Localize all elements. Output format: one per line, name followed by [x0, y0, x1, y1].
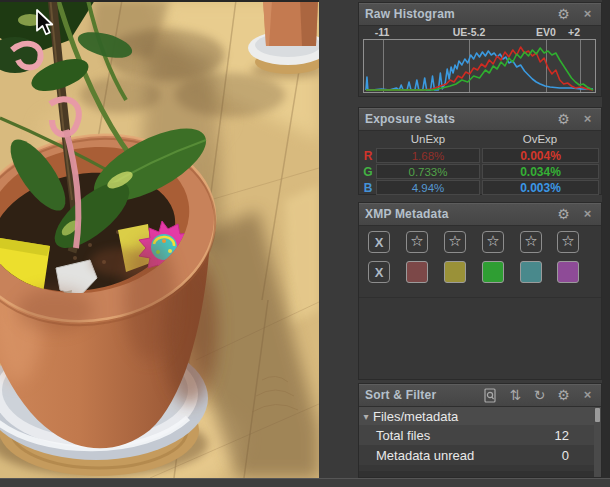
- close-icon[interactable]: ×: [580, 388, 595, 402]
- sort-order-icon[interactable]: ⇅: [508, 388, 523, 402]
- color-label-purple-swatch[interactable]: [557, 261, 579, 283]
- axis-label: EV0: [536, 26, 556, 38]
- star-icon: ☆: [524, 232, 537, 252]
- column-header-ovexp: OvExp: [523, 133, 558, 145]
- gear-icon[interactable]: ⚙: [556, 207, 571, 221]
- exposure-stats-title: Exposure Stats: [365, 112, 455, 126]
- color-label-blue-swatch[interactable]: [520, 261, 542, 283]
- xmp-metadata-header: XMP Metadata ⚙ ×: [359, 203, 601, 226]
- exposure-stats-body: UnExp OvExp R 1.68% 0.004% G 0.733% 0.03…: [359, 133, 601, 196]
- column-header-unexp: UnExp: [411, 133, 446, 145]
- raw-histogram-body: -11 UE-5.2 EV0 +2: [359, 26, 601, 96]
- histogram-axis-labels: -11 UE-5.2 EV0 +2: [359, 26, 601, 39]
- channel-label: R: [360, 148, 376, 163]
- axis-label: UE-5.2: [453, 26, 486, 38]
- gear-icon[interactable]: ⚙: [556, 112, 571, 126]
- exposure-row-green: G 0.733% 0.034%: [360, 164, 600, 179]
- photo-image: [0, 0, 319, 478]
- close-icon[interactable]: ×: [580, 112, 595, 126]
- file-search-icon[interactable]: [484, 388, 499, 403]
- axis-label: +2: [568, 26, 580, 38]
- star-icon: ☆: [486, 232, 499, 252]
- close-icon[interactable]: ×: [580, 7, 595, 21]
- ovexp-value: 0.003%: [482, 180, 599, 195]
- channel-label: G: [360, 164, 376, 179]
- raw-histogram-header: Raw Histogram ⚙ ×: [359, 3, 601, 26]
- star-rating-1-button[interactable]: ☆: [406, 231, 428, 253]
- raw-viewer-window: Raw Histogram ⚙ × -11 UE-5.2 EV0 +2: [0, 0, 610, 487]
- window-bottom-edge: [0, 478, 610, 487]
- star-rating-3-button[interactable]: ☆: [482, 231, 504, 253]
- star-rating-2-button[interactable]: ☆: [444, 231, 466, 253]
- xmp-metadata-panel: XMP Metadata ⚙ × X ☆ ☆ ☆ ☆ ☆ X: [358, 202, 602, 380]
- xmp-metadata-body: X ☆ ☆ ☆ ☆ ☆ X: [359, 226, 601, 379]
- sort-filter-body: ▾ Files/metadata Total files 12 Metadata…: [359, 407, 601, 477]
- color-label-green-swatch[interactable]: [482, 261, 504, 283]
- tree-row-total-files[interactable]: Total files 12: [359, 425, 594, 445]
- group-label: Files/metadata: [373, 409, 458, 424]
- unexp-value: 4.94%: [376, 180, 480, 195]
- collapse-triangle-icon: ▾: [359, 411, 373, 422]
- raw-histogram-title: Raw Histogram: [365, 7, 455, 21]
- gear-icon[interactable]: ⚙: [556, 388, 571, 402]
- axis-label: -11: [375, 26, 390, 38]
- clear-rating-button[interactable]: X: [368, 231, 390, 253]
- row-value: 0: [535, 448, 569, 463]
- tree-group-files-metadata[interactable]: ▾ Files/metadata: [359, 407, 594, 425]
- exposure-row-red: R 1.68% 0.004%: [360, 148, 600, 163]
- unexp-value: 1.68%: [376, 148, 480, 163]
- star-icon: ☆: [448, 232, 461, 252]
- sort-filter-panel: Sort & Filter ⇅ ↻ ⚙ × ▾ Files: [358, 383, 602, 478]
- row-value: 12: [535, 428, 569, 443]
- star-icon: ☆: [410, 232, 423, 252]
- panel-divider: [359, 297, 601, 298]
- ovexp-value: 0.004%: [482, 148, 599, 163]
- sort-filter-header: Sort & Filter ⇅ ↻ ⚙ ×: [359, 384, 601, 407]
- star-rating-5-button[interactable]: ☆: [557, 231, 579, 253]
- channel-label: B: [360, 180, 376, 195]
- gear-icon[interactable]: ⚙: [556, 7, 571, 21]
- photo-canvas[interactable]: [0, 0, 319, 478]
- ovexp-value: 0.034%: [482, 164, 599, 179]
- histogram-curves: [364, 40, 595, 92]
- color-label-yellow-swatch[interactable]: [444, 261, 466, 283]
- exposure-row-blue: B 4.94% 0.003%: [360, 180, 600, 195]
- exposure-stats-header: Exposure Stats ⚙ ×: [359, 108, 601, 131]
- scrollbar-thumb[interactable]: [595, 408, 600, 422]
- close-icon[interactable]: ×: [580, 207, 595, 221]
- histogram-plot: [363, 39, 596, 93]
- star-icon: ☆: [561, 232, 574, 252]
- refresh-icon[interactable]: ↻: [532, 388, 547, 402]
- row-label: Total files: [376, 428, 430, 443]
- horizontal-scrollbar-track[interactable]: [359, 471, 594, 477]
- star-rating-4-button[interactable]: ☆: [520, 231, 542, 253]
- exposure-stats-panel: Exposure Stats ⚙ × UnExp OvExp R 1.68% 0…: [358, 107, 602, 195]
- exposure-column-headers: UnExp OvExp: [359, 133, 601, 148]
- unexp-value: 0.733%: [376, 164, 480, 179]
- clear-color-label-button[interactable]: X: [368, 261, 390, 283]
- sort-filter-title: Sort & Filter: [365, 388, 436, 402]
- filter-tree: ▾ Files/metadata Total files 12 Metadata…: [359, 407, 594, 465]
- row-label: Metadata unread: [376, 448, 474, 463]
- vertical-scrollbar[interactable]: [594, 407, 601, 477]
- raw-histogram-panel: Raw Histogram ⚙ × -11 UE-5.2 EV0 +2: [358, 2, 602, 97]
- right-edge-strip: [602, 0, 610, 478]
- xmp-metadata-title: XMP Metadata: [365, 207, 449, 221]
- color-label-red-swatch[interactable]: [406, 261, 428, 283]
- tree-row-metadata-unread[interactable]: Metadata unread 0: [359, 445, 594, 465]
